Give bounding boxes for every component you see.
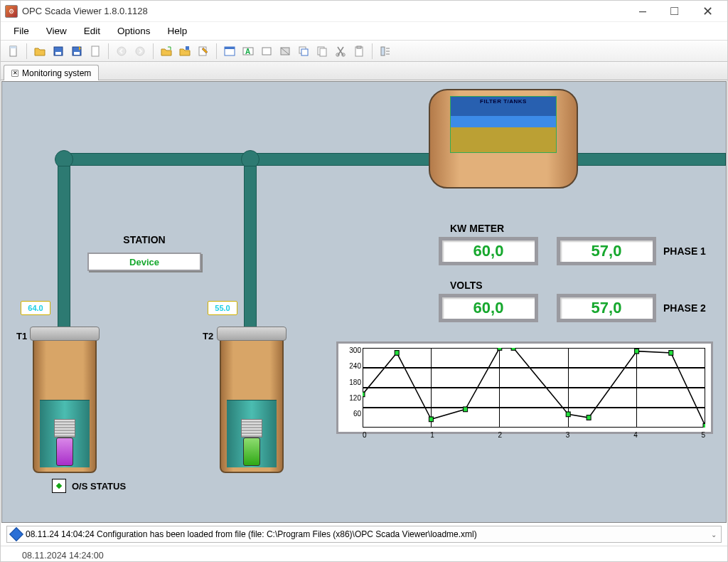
info-icon	[9, 527, 23, 541]
shaded-box-icon[interactable]	[277, 43, 294, 60]
svg-point-8	[136, 47, 144, 55]
pump-icon	[243, 438, 260, 466]
text-box-icon[interactable]: A	[240, 43, 257, 60]
svg-rect-24	[357, 46, 361, 48]
svg-rect-25	[381, 47, 385, 55]
station-value: Device	[87, 253, 201, 271]
t2-reading: 55.0	[208, 301, 237, 315]
pipe-main	[58, 153, 726, 166]
phase2-label: PHASE 2	[663, 302, 706, 314]
menu-help[interactable]: Help	[161, 24, 195, 38]
tab-monitoring-system[interactable]: ✕ Monitoring system	[4, 65, 99, 80]
kw-meter: 60,0	[439, 237, 538, 265]
svg-rect-6	[92, 46, 99, 56]
svg-rect-43	[464, 407, 468, 412]
page-icon[interactable]	[87, 43, 104, 60]
scada-canvas: FILTER T/ANKS STATION Device 64.0 55.0 T…	[1, 81, 727, 523]
svg-rect-47	[587, 415, 591, 420]
t1-reading: 64.0	[21, 301, 50, 315]
svg-rect-49	[669, 351, 673, 356]
menu-edit[interactable]: Edit	[77, 24, 107, 38]
volts-meter-label: VOLTS	[450, 280, 483, 291]
app-icon: ⚙	[5, 5, 18, 18]
well-t2	[220, 338, 284, 473]
clock-bar: 08.11.2024 14:24:00	[1, 546, 727, 562]
cut-icon[interactable]	[332, 43, 349, 60]
svg-rect-44	[498, 348, 502, 350]
pipe-t2	[244, 166, 257, 351]
svg-rect-48	[635, 349, 639, 354]
volts-meter: 60,0	[439, 294, 538, 322]
svg-rect-3	[55, 52, 61, 55]
window-icon[interactable]	[221, 43, 238, 60]
svg-rect-5	[74, 52, 80, 55]
back-icon[interactable]	[113, 43, 130, 60]
properties-icon[interactable]	[377, 43, 394, 60]
svg-rect-42	[429, 417, 433, 422]
status-led-icon	[52, 479, 66, 493]
menu-file[interactable]: File	[6, 24, 36, 38]
copy-back-icon[interactable]	[295, 43, 312, 60]
svg-rect-15	[262, 48, 271, 55]
svg-rect-9	[186, 46, 189, 50]
tab-close-icon[interactable]: ✕	[11, 70, 18, 77]
svg-rect-41	[395, 351, 399, 356]
menu-options[interactable]: Options	[110, 24, 158, 38]
save-page-icon[interactable]	[176, 43, 193, 60]
t2-label: T2	[203, 331, 213, 341]
status-message: 08.11.24 14:04:24 Configuration has been…	[26, 529, 477, 539]
svg-point-7	[117, 47, 126, 55]
toolbar: A	[1, 41, 727, 62]
svg-rect-20	[320, 48, 326, 56]
open-folder-icon[interactable]	[31, 43, 48, 60]
pump-icon	[56, 438, 73, 466]
t1-label: T1	[16, 331, 27, 341]
well-t1	[33, 338, 97, 473]
svg-rect-45	[511, 348, 515, 350]
svg-rect-50	[703, 423, 705, 428]
edit-page-icon[interactable]	[195, 43, 212, 60]
phase2-meter: 57,0	[557, 294, 656, 322]
svg-rect-12	[225, 47, 235, 49]
minimize-button[interactable]: –	[633, 4, 652, 19]
phase1-label: PHASE 1	[663, 245, 706, 257]
os-status-label: O/S STATUS	[72, 481, 126, 492]
menu-view[interactable]: View	[39, 24, 74, 38]
close-button[interactable]: ✕	[697, 4, 719, 19]
phase1-meter: 57,0	[557, 237, 656, 265]
station-label: STATION	[87, 234, 201, 245]
forward-icon[interactable]	[132, 43, 149, 60]
filter-tank: FILTER T/ANKS	[429, 89, 578, 189]
save-icon[interactable]	[50, 43, 67, 60]
clock-value: 08.11.2024 14:24:00	[22, 551, 104, 561]
svg-rect-1	[10, 46, 16, 48]
svg-rect-46	[566, 412, 570, 417]
status-dropdown-icon[interactable]: ⌄	[711, 531, 717, 539]
os-status: O/S STATUS	[52, 479, 126, 493]
open-page-icon[interactable]	[158, 43, 175, 60]
svg-rect-40	[363, 392, 365, 397]
copy-icon[interactable]	[314, 43, 331, 60]
filter-tank-label: FILTER T/ANKS	[451, 98, 556, 105]
save-as-icon[interactable]	[68, 43, 85, 60]
svg-rect-18	[301, 49, 308, 55]
menu-bar: File View Edit Options Help	[1, 22, 727, 41]
window-title: OPC Scada Viewer 1.8.0.1128	[22, 6, 633, 16]
new-file-icon[interactable]	[5, 43, 22, 60]
svg-text:A: A	[245, 48, 250, 55]
maximize-button[interactable]: □	[665, 4, 684, 19]
pipe-t1	[58, 166, 70, 351]
tab-bar: ✕ Monitoring system	[1, 62, 727, 80]
trend-chart: 30024018012060 012345	[336, 341, 713, 434]
kw-meter-label: KW METER	[450, 223, 504, 234]
title-bar: ⚙ OPC Scada Viewer 1.8.0.1128 – □ ✕	[1, 1, 727, 22]
paste-icon[interactable]	[350, 43, 368, 60]
blank-box-icon[interactable]	[258, 43, 275, 60]
status-bar: 08.11.24 14:04:24 Configuration has been…	[6, 526, 722, 543]
tab-label: Monitoring system	[22, 68, 91, 78]
